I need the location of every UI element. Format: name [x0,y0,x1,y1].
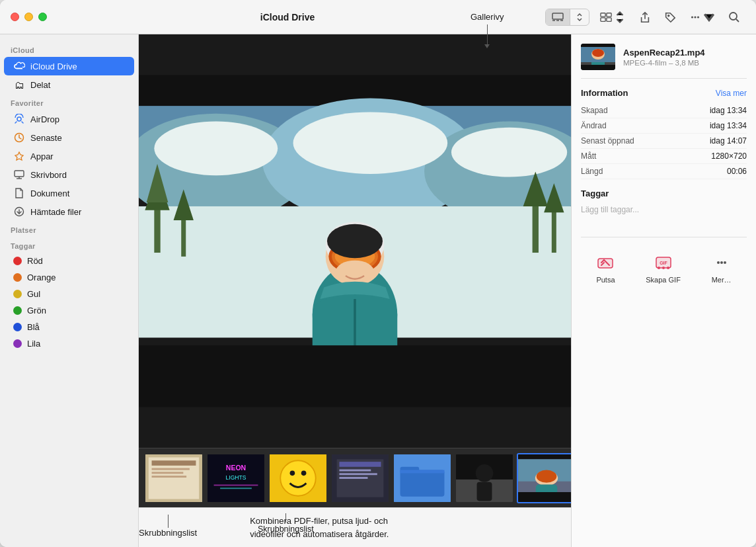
putsa-label: Putsa [596,276,615,284]
sidebar-item-appar[interactable]: Appar [4,147,134,165]
sidebar-item-orange[interactable]: Orange [4,269,134,286]
svg-text:LIGHTS: LIGHTS [225,474,246,480]
center-panel: NEON LIGHTS [139,34,571,547]
svg-rect-56 [152,476,187,478]
view-switcher [545,9,589,26]
view-chevron-btn[interactable] [570,9,589,25]
tags-placeholder[interactable]: Lägg till taggar... [581,202,747,217]
svg-point-97 [592,49,604,57]
skrivbord-icon [13,169,25,181]
rod-dot [13,257,22,265]
svg-point-63 [280,460,316,496]
sidebar-section-icloud: iCloud [0,41,138,57]
thumbnail-t4[interactable] [330,453,390,503]
langd-label: Längd [581,167,603,176]
svg-rect-54 [152,468,190,470]
svg-rect-7 [607,17,611,21]
hamtade-icon [13,206,25,218]
window-title: iCloud Drive [30,12,545,22]
svg-rect-86 [518,492,571,502]
visa-mer-link[interactable]: Visa mer [716,89,747,98]
sidebar-item-skrivbord[interactable]: Skrivbord [4,165,134,184]
more-button[interactable] [684,7,720,27]
mer-button[interactable]: Mer… [706,251,737,286]
sidebar-item-icloud-drive[interactable]: iCloud Drive [4,57,134,75]
matt-label: Mått [581,151,596,161]
gallery-area [139,34,571,448]
file-name: AspenRecap21.mp4 [623,48,705,58]
sidebar-label-icloud-drive: iCloud Drive [30,62,77,71]
svg-rect-37 [552,210,556,253]
sidebar-label-skrivbord: Skrivbord [30,170,67,180]
svg-rect-60 [214,484,258,485]
thumbnail-t6[interactable] [455,453,514,503]
svg-point-107 [667,267,669,269]
putsa-icon [596,253,615,273]
file-thumb-inner [581,44,615,70]
file-info-text: AspenRecap21.mp4 MPEG-4-film – 3,8 MB [623,48,705,67]
sidebar-item-bla[interactable]: Blå [4,319,134,335]
svg-rect-53 [152,460,196,466]
svg-rect-55 [152,472,184,474]
svg-point-8 [668,15,669,16]
sidebar-label-dokument: Dokument [30,189,69,198]
sidebar-item-rod[interactable]: Röd [4,253,134,269]
svg-point-14 [17,117,21,121]
sidebar-label-appar: Appar [30,151,54,161]
sidebar-item-delat[interactable]: 🗂 Delat [4,75,134,94]
sidebar-item-gron[interactable]: Grön [4,302,134,319]
info-row-andrad: Ändrad idag 13:34 [581,118,747,134]
titlebar: iCloud Drive [0,0,756,34]
mer-label: Mer… [712,276,732,284]
gallery-view-btn[interactable] [546,9,570,25]
svg-point-64 [290,470,295,476]
info-row-langd: Längd 00:06 [581,164,747,179]
share-button[interactable] [634,7,656,27]
lila-dot [13,339,22,348]
sidebar-item-airdrop[interactable]: AirDrop [4,110,134,128]
thumbnail-t3[interactable] [268,453,328,503]
skapa-gif-button[interactable]: GIF Skapa GIF [640,251,686,286]
putsa-button[interactable]: Putsa [591,251,620,286]
thumbnail-t7[interactable] [517,453,571,503]
svg-text:NEON: NEON [226,463,246,471]
svg-point-110 [724,261,726,264]
svg-point-105 [658,267,660,269]
sidebar-item-dokument[interactable]: Dokument [4,184,134,202]
svg-rect-75 [400,470,445,473]
senaste-icon [13,132,25,144]
search-button[interactable] [723,7,745,27]
svg-point-46 [327,224,383,258]
file-thumbnail [581,44,615,70]
thumbnail-t5[interactable] [393,453,452,503]
quick-actions: Putsa GIF Skapa GIF [581,237,747,286]
gul-dot [13,290,22,298]
svg-point-9 [691,16,693,18]
svg-rect-5 [607,13,611,16]
info-row-senast: Senast öppnad idag 14:07 [581,134,747,149]
sidebar-item-senaste[interactable]: Senaste [4,128,134,147]
sidebar-label-bla: Blå [27,322,40,332]
skapad-label: Skapad [581,106,608,115]
sidebar-item-gul[interactable]: Gul [4,286,134,302]
sidebar-item-hamtade[interactable]: Hämtade filer [4,202,134,221]
info-panel: AspenRecap21.mp4 MPEG-4-film – 3,8 MB In… [571,34,756,547]
tags-title: Taggar [581,189,747,198]
sidebar-label-gron: Grön [27,306,46,316]
sidebar-label-senaste: Senaste [30,133,62,143]
tag-button[interactable] [659,7,681,27]
close-button[interactable] [11,13,19,21]
main-content: iCloud iCloud Drive 🗂 Delat Favoriter [0,34,756,547]
group-button[interactable] [595,7,631,27]
skapa-gif-icon: GIF [654,253,673,273]
thumbnail-t2[interactable]: NEON LIGHTS [206,453,266,503]
mer-icon [712,253,731,273]
svg-point-11 [697,16,699,18]
thumbnail-t1[interactable] [144,453,204,503]
sidebar-item-lila[interactable]: Lila [4,335,134,352]
sidebar-section-taggar: Taggar [0,237,138,253]
airdrop-icon [13,113,25,125]
toolbar-controls [545,7,745,27]
sidebar-label-orange: Orange [27,273,56,282]
svg-rect-33 [181,218,186,256]
